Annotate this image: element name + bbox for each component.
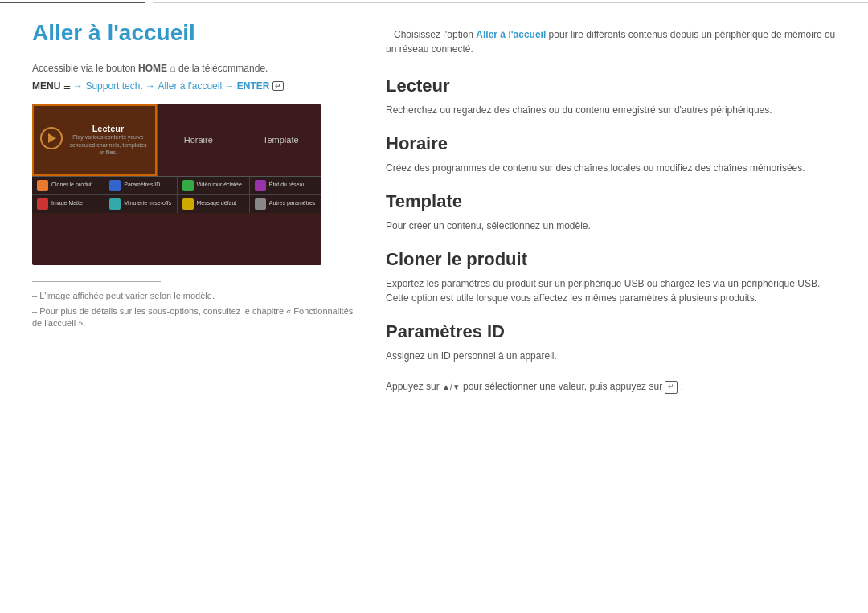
intro-text: – Choisissez l'option Aller à l'accueil …: [386, 27, 836, 56]
cell-text-3: Vidéo mur éclatée: [197, 182, 242, 188]
cell-icon-7: [182, 198, 194, 210]
grid-cell-1: Cloner le produit: [32, 177, 104, 194]
right-column: – Choisissez l'option Aller à l'accueil …: [386, 19, 836, 589]
menu-path: MENU ☰ → Support tech. → Aller à l'accue…: [32, 80, 354, 92]
enter-icon: ↵: [665, 381, 678, 394]
tv-bottom-grid: Cloner le produit Paramètres ID Vidéo mu…: [32, 177, 321, 213]
cell-icon-2: [109, 180, 121, 191]
template-label: Template: [263, 135, 299, 145]
content-wrapper: Aller à l'accueil Accessible via le bout…: [0, 3, 868, 613]
cell-icon-1: [37, 180, 48, 191]
lecteur-label: Lecteur: [68, 124, 149, 133]
grid-cell-5: Image Matte: [32, 195, 104, 213]
grid-cell-6: Minuterie mise-offs: [104, 195, 176, 213]
cell-text-7: Message défaut: [197, 200, 237, 206]
section-text-cloner: Exportez les paramètres du produit sur u…: [386, 276, 836, 305]
grid-cell-7: Message défaut: [178, 195, 249, 213]
parametres-period: .: [681, 381, 683, 392]
grid-cell-2: Paramètres ID: [104, 177, 176, 194]
cell-text-2: Paramètres ID: [124, 182, 160, 188]
play-triangle: [48, 133, 56, 143]
cell-icon-3: [182, 180, 194, 191]
cell-icon-8: [255, 198, 266, 210]
section-text-template: Pour créer un contenu, sélectionnez un m…: [386, 219, 836, 233]
section-title-lecteur: Lecteur: [386, 76, 836, 96]
parametres-text3: pour sélectionner une valeur, puis appuy…: [463, 381, 665, 392]
cell-icon-6: [109, 198, 121, 210]
left-column: Aller à l'accueil Accessible via le bout…: [32, 19, 354, 589]
accessible-label: Accessible via le bouton HOME ⌂ de la té…: [32, 63, 268, 74]
tv-item-horaire: Horaire: [157, 104, 240, 176]
section-text-lecteur: Recherchez ou regardez des chaînes ou du…: [386, 103, 836, 117]
footnote-1: L'image affichée peut varier selon le mo…: [32, 290, 354, 302]
cell-text-6: Minuterie mise-offs: [124, 200, 171, 206]
cell-text-5: Image Matte: [51, 200, 83, 206]
tv-top-bar: Lecteur Play various contents you've sch…: [32, 104, 321, 177]
tv-screenshot: Lecteur Play various contents you've sch…: [32, 104, 321, 265]
play-icon: [40, 127, 63, 149]
grid-cell-4: État du réseau: [250, 177, 321, 194]
tv-item-template: Template: [240, 104, 322, 176]
cell-text-8: Autres paramètres: [269, 200, 316, 206]
cell-text-4: État du réseau: [269, 182, 306, 188]
footnote-rule: [32, 281, 161, 282]
cell-text-1: Cloner le produit: [51, 182, 92, 188]
grid-cell-3: Vidéo mur éclatée: [178, 177, 249, 194]
lecteur-sublabel: Play various contents you've scheduled c…: [68, 133, 149, 155]
section-title-cloner: Cloner le produit: [386, 249, 836, 270]
updown-arrows-icon: ▲/▼: [442, 381, 461, 393]
section-title-parametres-id: Paramètres ID: [386, 321, 836, 342]
section-title-horaire: Horaire: [386, 133, 836, 154]
intro-link: Aller à l'accueil: [476, 29, 546, 40]
parametres-text2: Appuyez sur: [386, 381, 442, 392]
page-title: Aller à l'accueil: [32, 19, 354, 47]
accessible-text: Accessible via le bouton HOME ⌂ de la té…: [32, 63, 354, 74]
horaire-label: Horaire: [184, 135, 213, 145]
grid-cell-8: Autres paramètres: [250, 195, 321, 213]
cell-icon-5: [37, 198, 48, 210]
intro-dash: – Choisissez l'option: [386, 29, 476, 40]
tv-item-lecteur: Lecteur Play various contents you've sch…: [32, 104, 157, 176]
section-text-horaire: Créez des programmes de contenu sur des …: [386, 161, 836, 175]
section-text-parametres-id-2: Appuyez sur ▲/▼ pour sélectionner une va…: [386, 379, 836, 394]
page-container: Aller à l'accueil Accessible via le bout…: [0, 0, 868, 613]
section-title-template: Template: [386, 191, 836, 212]
footnote-2: Pour plus de détails sur les sous-option…: [32, 305, 354, 330]
cell-icon-4: [255, 180, 266, 191]
section-text-parametres-id-1: Assignez un ID personnel à un appareil.: [386, 349, 836, 363]
